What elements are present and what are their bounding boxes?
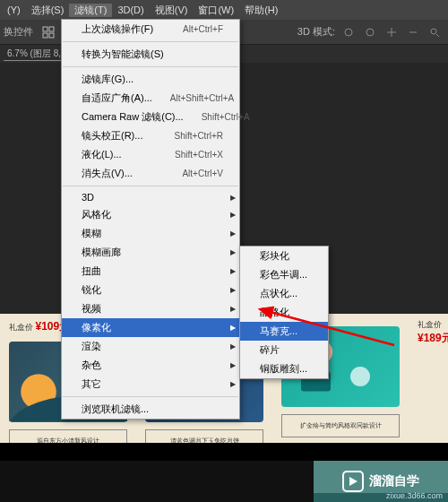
menu-lens-correction[interactable]: 镜头校正(R)...Shift+Ctrl+R (62, 126, 239, 145)
menu-3d-sub[interactable]: 3D (62, 189, 239, 205)
svg-rect-1 (49, 27, 54, 31)
menu-last-filter[interactable]: 上次滤镜操作(F)Alt+Ctrl+F (62, 20, 239, 39)
svg-point-7 (345, 29, 352, 36)
roll-icon[interactable] (362, 24, 378, 40)
menu-mezzotint[interactable]: 铜版雕刻... (240, 359, 328, 378)
toolbar-label: 换控件 (4, 25, 33, 39)
menu-halftone[interactable]: 彩色半调... (240, 265, 328, 284)
menu-smart-filter[interactable]: 转换为智能滤镜(S) (62, 45, 239, 64)
toolbar-right: 3D 模式: (297, 24, 448, 40)
svg-rect-0 (43, 27, 47, 31)
svg-point-8 (366, 29, 374, 36)
menu-fragment[interactable]: 碎片 (240, 341, 328, 359)
pan-icon[interactable] (383, 24, 400, 40)
orbit-icon[interactable] (340, 24, 357, 40)
menu-noise[interactable]: 杂色 (62, 356, 239, 375)
watermark-url: zixue.3d66.com (386, 491, 443, 500)
menu-stylize[interactable]: 风格化 (62, 205, 239, 224)
watermark-text: 溜溜自学 (369, 473, 419, 489)
menu-wide-angle[interactable]: 自适应广角(A)...Alt+Shift+Ctrl+A (62, 89, 239, 108)
menu-3d[interactable]: 3D(D) (112, 4, 149, 15)
pixelate-submenu: 彩块化 彩色半调... 点状化... 晶格化 马赛克... 碎片 铜版雕刻... (239, 246, 329, 379)
play-icon (342, 471, 364, 492)
separator (63, 186, 238, 186)
zoom-icon[interactable] (426, 24, 443, 40)
menu-vanishing-point[interactable]: 消失点(V)...Alt+Ctrl+V (62, 164, 239, 183)
menu-blur[interactable]: 模糊 (62, 224, 239, 243)
menu-distort[interactable]: 扭曲 (62, 262, 239, 281)
svg-point-9 (431, 29, 436, 34)
menu-window[interactable]: 窗口(W) (193, 4, 239, 17)
menu-pixelate[interactable]: 像素化 (62, 318, 239, 337)
menu-pointillize[interactable]: 点状化... (240, 284, 328, 303)
menu-select[interactable]: 选择(S) (26, 4, 70, 17)
price: 礼盒价 ¥189元 (418, 319, 448, 346)
menu-color-block[interactable]: 彩块化 (240, 247, 328, 265)
menubar: (Y) 选择(S) 滤镜(T) 3D(D) 视图(V) 窗口(W) 帮助(H) (0, 0, 448, 20)
menu-mosaic[interactable]: 马赛克... (240, 322, 328, 341)
svg-point-18 (350, 367, 370, 386)
product-desc: 扩金绘与简约风格双同款设计 (281, 414, 400, 437)
footer (0, 461, 314, 502)
menu-crystallize[interactable]: 晶格化 (240, 303, 328, 322)
menu-video[interactable]: 视频 (62, 299, 239, 318)
separator (63, 396, 238, 397)
separator (63, 66, 238, 67)
slide-icon[interactable] (405, 24, 421, 40)
separator (63, 41, 238, 42)
menu-camera-raw[interactable]: Camera Raw 滤镜(C)...Shift+Ctrl+A (62, 108, 239, 126)
menu-help[interactable]: 帮助(H) (239, 4, 283, 17)
menu-view[interactable]: 视图(V) (150, 4, 194, 17)
menu-browse-online[interactable]: 浏览联机滤镜... (62, 400, 239, 419)
footer-strip (0, 443, 448, 461)
menu-sharpen[interactable]: 锐化 (62, 281, 239, 299)
filter-menu: 上次滤镜操作(F)Alt+Ctrl+F 转换为智能滤镜(S) 滤镜库(G)...… (61, 19, 240, 420)
menu-other[interactable]: 其它 (62, 375, 239, 394)
menu-blur-gallery[interactable]: 模糊画廊 (62, 243, 239, 262)
svg-line-10 (436, 34, 439, 37)
mode-label: 3D 模式: (297, 25, 335, 39)
svg-rect-3 (49, 33, 54, 38)
menu-y[interactable]: (Y) (2, 4, 26, 15)
svg-rect-2 (43, 33, 47, 38)
watermark: 溜溜自学 zixue.3d66.com (314, 461, 448, 502)
menu-filter[interactable]: 滤镜(T) (69, 4, 112, 17)
menu-liquify[interactable]: 液化(L)...Shift+Ctrl+X (62, 145, 239, 164)
menu-filter-gallery[interactable]: 滤镜库(G)... (62, 70, 239, 89)
grid-icon[interactable] (40, 24, 56, 40)
menu-render[interactable]: 渲染 (62, 337, 239, 356)
